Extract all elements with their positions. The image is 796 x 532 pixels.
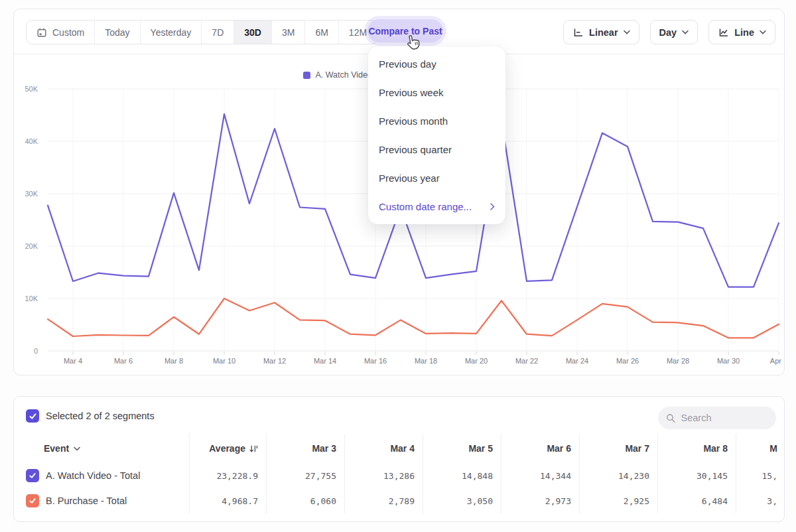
- menu-item-previous-month[interactable]: Previous month: [368, 107, 505, 135]
- svg-text:20K: 20K: [25, 242, 38, 250]
- range-button-6m[interactable]: 6M: [305, 21, 338, 44]
- line-chart-icon: [718, 27, 729, 38]
- compare-to-past-button[interactable]: Compare to Past: [367, 19, 443, 42]
- svg-text:Mar 6: Mar 6: [114, 357, 133, 365]
- range-button-7d[interactable]: 7D: [202, 21, 234, 44]
- chevron-down-icon: [760, 30, 766, 34]
- cell-b-mar8: 6,484: [657, 488, 736, 513]
- column-header-average[interactable]: Average: [189, 434, 266, 463]
- cell-a-mar4: 13,286: [344, 463, 423, 488]
- compare-to-past-menu: Previous day Previous week Previous mont…: [368, 46, 505, 224]
- date-range-segmented-control: Custom Today Yesterday 7D 30D 3M 6M 12M: [26, 20, 377, 44]
- cell-b-mar5: 3,050: [423, 488, 501, 513]
- svg-text:Apr 1: Apr 1: [770, 357, 784, 365]
- range-button-3m[interactable]: 3M: [272, 21, 305, 44]
- menu-item-previous-day[interactable]: Previous day: [368, 50, 505, 78]
- cell-b-mar6: 2,973: [501, 488, 579, 513]
- svg-text:0: 0: [34, 347, 38, 355]
- chart-display-controls: Linear Day Line: [563, 20, 775, 44]
- checkmark-icon: [29, 472, 36, 480]
- cell-a-mar6: 14,344: [501, 463, 579, 488]
- column-header-mar4[interactable]: Mar 4: [344, 434, 423, 463]
- calendar-icon: [36, 27, 47, 38]
- segments-table: Event Average Mar 3 Mar 4 Mar 5 Mar 6 Ma…: [14, 434, 784, 513]
- segments-search[interactable]: [658, 407, 776, 429]
- table-row-watch-video[interactable]: A. Watch Video - Total: [14, 463, 189, 488]
- cell-a-mar7: 14,230: [579, 463, 657, 488]
- column-header-mar3[interactable]: Mar 3: [266, 434, 344, 463]
- svg-text:Mar 4: Mar 4: [64, 357, 82, 365]
- range-button-label: Custom: [52, 27, 84, 38]
- segments-header: Selected 2 of 2 segments: [14, 397, 784, 434]
- svg-text:Mar 26: Mar 26: [616, 357, 639, 365]
- checkmark-icon: [29, 412, 37, 421]
- cell-a-mar9-clipped: 15,: [736, 463, 784, 488]
- range-button-today[interactable]: Today: [95, 21, 140, 44]
- cell-b-mar9-clipped: 3,: [736, 488, 784, 513]
- svg-text:Mar 12: Mar 12: [263, 357, 286, 365]
- segments-card: Selected 2 of 2 segments Event Average M…: [13, 396, 785, 522]
- table-row-purchase[interactable]: B. Purchase - Total: [14, 488, 189, 513]
- selected-segments-label: Selected 2 of 2 segments: [46, 411, 155, 421]
- cell-average-b: 4,968.7: [189, 488, 266, 513]
- svg-text:40K: 40K: [25, 137, 38, 145]
- svg-text:Mar 24: Mar 24: [566, 357, 588, 365]
- cell-a-mar8: 30,145: [657, 463, 736, 488]
- svg-text:Mar 8: Mar 8: [165, 357, 183, 365]
- svg-text:Mar 14: Mar 14: [314, 357, 336, 365]
- column-header-mar7[interactable]: Mar 7: [579, 434, 657, 463]
- range-button-30d[interactable]: 30D: [234, 21, 272, 44]
- svg-text:30K: 30K: [25, 190, 38, 198]
- series-a-swatch: [303, 72, 310, 79]
- granularity-dropdown-button[interactable]: Day: [650, 20, 698, 44]
- chart-type-dropdown-button[interactable]: Line: [708, 20, 775, 44]
- row-checkbox-purchase[interactable]: [26, 494, 39, 507]
- cell-b-mar3: 6,060: [266, 488, 344, 513]
- chevron-down-icon: [74, 446, 80, 451]
- cell-a-mar3: 27,755: [266, 463, 344, 488]
- column-header-mar6[interactable]: Mar 6: [501, 434, 579, 463]
- select-all-checkbox[interactable]: [26, 409, 39, 423]
- svg-text:10K: 10K: [25, 295, 38, 302]
- range-button-custom[interactable]: Custom: [27, 21, 95, 44]
- menu-item-custom-date-range[interactable]: Custom date range...: [368, 192, 505, 221]
- checkmark-icon: [29, 497, 36, 505]
- segment-name: B. Purchase - Total: [46, 496, 127, 506]
- column-header-mar9-clipped[interactable]: M: [736, 434, 784, 463]
- analytics-page: Custom Today Yesterday 7D 30D 3M 6M 12M …: [0, 0, 796, 532]
- chevron-right-icon: [490, 203, 495, 210]
- svg-text:Mar 30: Mar 30: [717, 357, 740, 365]
- search-input[interactable]: [681, 413, 768, 423]
- segment-name: A. Watch Video - Total: [46, 470, 140, 481]
- menu-item-previous-quarter[interactable]: Previous quarter: [368, 135, 505, 164]
- column-header-mar5[interactable]: Mar 5: [423, 434, 501, 463]
- column-header-mar8[interactable]: Mar 8: [657, 434, 736, 463]
- row-checkbox-watch-video[interactable]: [26, 469, 39, 482]
- column-header-event[interactable]: Event: [14, 434, 189, 463]
- magnifier-icon: [666, 413, 676, 424]
- svg-text:Mar 18: Mar 18: [415, 357, 437, 365]
- axis-icon: [572, 27, 584, 38]
- svg-text:Mar 16: Mar 16: [364, 357, 387, 365]
- chevron-down-icon: [624, 30, 630, 34]
- cell-average-a: 23,228.9: [189, 463, 266, 488]
- menu-item-previous-year[interactable]: Previous year: [368, 164, 505, 192]
- cell-a-mar5: 14,848: [423, 463, 501, 488]
- sort-descending-icon: [249, 444, 258, 453]
- cell-b-mar4: 2,789: [344, 488, 423, 513]
- cell-b-mar7: 2,925: [579, 488, 657, 513]
- range-button-yesterday[interactable]: Yesterday: [141, 21, 202, 44]
- svg-text:Mar 22: Mar 22: [515, 357, 538, 365]
- svg-text:50K: 50K: [25, 85, 38, 93]
- menu-item-previous-week[interactable]: Previous week: [368, 78, 505, 107]
- svg-text:Mar 20: Mar 20: [465, 357, 488, 365]
- scale-dropdown-button[interactable]: Linear: [563, 20, 639, 44]
- svg-text:Mar 28: Mar 28: [667, 357, 689, 365]
- chevron-down-icon: [682, 30, 689, 34]
- svg-text:Mar 10: Mar 10: [213, 357, 235, 365]
